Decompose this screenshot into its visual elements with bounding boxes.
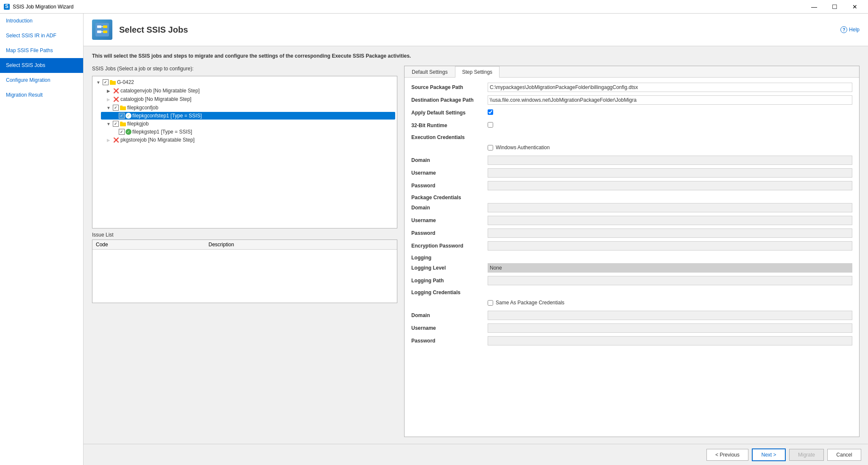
tab-default-settings[interactable]: Default Settings (405, 66, 455, 78)
tree-node-pkgstorejob[interactable]: ▶ ❌ pkgstorejob [No Migratable Step] (98, 136, 395, 144)
right-panel: Default Settings Step Settings Source Pa… (404, 66, 860, 437)
sidebar: Introduction Select SSIS IR in ADF Map S… (0, 14, 84, 465)
left-panel: SSIS Jobs (Select a job or step to confi… (92, 66, 397, 437)
footer: < Previous Next > Migrate Cancel (84, 444, 868, 465)
help-button[interactable]: ? Help (840, 26, 860, 33)
source-package-path-row: Source Package Path (411, 83, 852, 92)
previous-button[interactable]: < Previous (706, 449, 748, 461)
same-as-package-checkbox[interactable] (488, 300, 493, 306)
svg-rect-12 (120, 106, 123, 107)
package-credentials-header: Package Credentials (411, 195, 852, 200)
tree-node-root[interactable]: ▼ ✓ G-0422 (94, 78, 395, 86)
error-icon: ❌ (113, 136, 120, 143)
windows-auth-checkbox[interactable] (488, 145, 493, 150)
issue-table-container[interactable]: Code Description (92, 239, 397, 303)
source-package-path-input[interactable] (488, 83, 852, 92)
checkbox-filepkgconfstep1[interactable]: ✓ (119, 113, 125, 119)
destination-package-path-row: Destination Package Path (411, 95, 852, 105)
expand-icon[interactable]: ▼ (105, 104, 112, 111)
folder-icon (120, 104, 126, 111)
close-button[interactable]: ✕ (845, 0, 865, 14)
log-username-input[interactable] (488, 323, 852, 333)
logging-level-select[interactable]: None (488, 263, 852, 273)
apply-default-settings-checkbox[interactable] (488, 109, 493, 115)
log-password-input[interactable] (488, 336, 852, 345)
next-button[interactable]: Next > (752, 448, 786, 461)
app-icon: S (3, 3, 10, 10)
col-description: Description (205, 240, 397, 250)
jobs-tree[interactable]: ▼ ✓ G-0422 ▶ ❌ catalogenvjob [No Migrata… (92, 76, 397, 228)
ssis-icon (95, 22, 110, 37)
runtime-32bit-checkbox[interactable] (488, 122, 493, 128)
tree-node-catalogjob[interactable]: ▶ ❌ catalogjob [No Migratable Step] (98, 95, 395, 103)
tree-node-filepkgconfjob[interactable]: ▼ ✓ filepkgconfjob (98, 103, 395, 112)
folder-icon (109, 79, 116, 86)
log-domain-label: Domain (411, 312, 488, 318)
checkbox-filepkgconfjob[interactable]: ✓ (113, 105, 119, 111)
logging-path-input[interactable] (488, 276, 852, 285)
checkbox-filepkgjob[interactable]: ✓ (113, 121, 119, 127)
apply-default-settings-row: Apply Default Settings (411, 108, 852, 117)
tree-node-filepkgconfstep1[interactable]: ✓ ✓ filepkgconfstep1 [Type = SSIS] (101, 112, 395, 120)
expand-icon[interactable]: ▶ (105, 136, 112, 143)
expand-icon[interactable]: ▼ (95, 79, 102, 86)
svg-text:S: S (5, 3, 8, 9)
settings-content: Source Package Path Destination Package … (405, 78, 859, 437)
svg-rect-3 (97, 25, 101, 28)
minimize-button[interactable]: — (804, 0, 824, 14)
runtime-32bit-row: 32-Bit Runtime (411, 121, 852, 130)
tree-node-filepkgstep1[interactable]: ✓ ✓ filepkgstep1 [Type = SSIS] (101, 128, 395, 136)
sidebar-item-select-ssis-jobs[interactable]: Select SSIS Jobs (0, 58, 83, 73)
apply-default-settings-label: Apply Default Settings (411, 110, 488, 116)
exec-domain-row: Domain (411, 156, 852, 165)
help-circle-icon: ? (840, 26, 847, 33)
logging-path-row: Logging Path (411, 276, 852, 285)
node-label-root: G-0422 (117, 79, 134, 85)
exec-username-label: Username (411, 170, 488, 176)
encryption-password-input[interactable] (488, 241, 852, 251)
checkbox-root[interactable]: ✓ (103, 79, 109, 85)
exec-domain-input[interactable] (488, 156, 852, 165)
source-package-path-label: Source Package Path (411, 84, 488, 90)
sidebar-item-select-ssis-ir[interactable]: Select SSIS IR in ADF (0, 28, 83, 43)
log-domain-row: Domain (411, 311, 852, 320)
expand-icon[interactable]: ▶ (105, 96, 112, 103)
cancel-button[interactable]: Cancel (827, 449, 861, 461)
node-label-filepkgstep1: filepkgstep1 [Type = SSIS] (132, 129, 192, 135)
same-as-package-label: Same As Package Credentials (496, 300, 564, 306)
jobs-panel-label: SSIS Jobs (Select a job or step to confi… (92, 66, 397, 72)
issue-list-label: Issue List (92, 232, 397, 238)
success-icon: ✓ (126, 129, 131, 135)
checkbox-filepkgstep1[interactable]: ✓ (119, 129, 125, 135)
pkg-username-input[interactable] (488, 216, 852, 225)
pkg-password-input[interactable] (488, 228, 852, 238)
title-bar-left: S SSIS Job Migration Wizard (3, 3, 73, 10)
svg-rect-14 (120, 122, 123, 123)
expand-icon[interactable]: ▼ (105, 120, 112, 127)
pkg-domain-input[interactable] (488, 203, 852, 212)
log-username-row: Username (411, 323, 852, 333)
encryption-password-label: Encryption Password (411, 243, 488, 249)
node-label-filepkgconfjob: filepkgconfjob (127, 105, 158, 111)
exec-username-input[interactable] (488, 168, 852, 178)
svg-rect-9 (110, 81, 116, 85)
tree-node-catalogenvjob[interactable]: ▶ ❌ catalogenvjob [No Migratable Step] (98, 86, 395, 95)
tab-step-settings[interactable]: Step Settings (455, 66, 500, 78)
encryption-password-row: Encryption Password (411, 241, 852, 251)
sidebar-item-introduction[interactable]: Introduction (0, 14, 83, 28)
sidebar-item-map-file-paths[interactable]: Map SSIS File Paths (0, 43, 83, 58)
two-panel: SSIS Jobs (Select a job or step to confi… (92, 66, 860, 437)
exec-password-input[interactable] (488, 181, 852, 190)
page-icon (92, 19, 112, 40)
maximize-button[interactable]: ☐ (825, 0, 844, 14)
destination-package-path-input[interactable] (488, 95, 852, 105)
log-domain-input[interactable] (488, 311, 852, 320)
sidebar-item-migration-result[interactable]: Migration Result (0, 88, 83, 103)
destination-package-path-label: Destination Package Path (411, 97, 488, 103)
expand-icon[interactable]: ▶ (105, 87, 112, 94)
tree-node-filepkgjob[interactable]: ▼ ✓ filepkgjob (98, 120, 395, 128)
sidebar-item-configure-migration[interactable]: Configure Migration (0, 73, 83, 88)
migrate-button[interactable]: Migrate (789, 449, 824, 461)
folder-icon (120, 120, 126, 127)
runtime-32bit-value (488, 122, 852, 129)
